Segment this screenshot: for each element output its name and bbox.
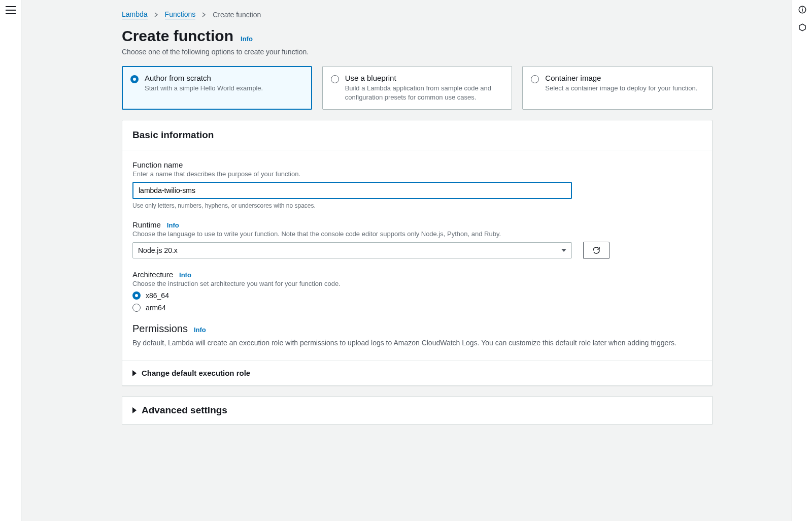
radio-icon (132, 304, 141, 312)
caret-down-icon (561, 249, 566, 252)
info-icon[interactable] (798, 5, 807, 16)
refresh-button[interactable] (583, 242, 610, 259)
expand-label: Change default execution role (142, 369, 250, 377)
breadcrumb-functions[interactable]: Functions (165, 10, 196, 19)
field-label: Architecture (132, 270, 173, 279)
field-hint: Enter a name that describes the purpose … (132, 170, 702, 178)
page-subtitle: Choose one of the following options to c… (122, 48, 713, 56)
svg-point-1 (802, 8, 803, 9)
arch-x86-64[interactable]: x86_64 (132, 291, 702, 300)
architecture-field: Architecture Info Choose the instruction… (132, 270, 702, 312)
option-desc: Select a container image to deploy for y… (545, 84, 697, 93)
radio-icon (132, 291, 141, 300)
field-label: Runtime (132, 220, 161, 229)
triangle-right-icon (132, 407, 137, 413)
field-constraint: Use only letters, numbers, hyphens, or u… (132, 202, 702, 209)
info-link[interactable]: Info (167, 221, 179, 229)
option-desc: Build a Lambda application from sample c… (345, 84, 504, 102)
expand-label: Advanced settings (142, 405, 227, 416)
hexagon-icon[interactable] (798, 23, 807, 34)
function-name-field: Function name Enter a name that describe… (132, 160, 702, 209)
breadcrumb: Lambda Functions Create function (122, 10, 713, 19)
option-use-blueprint[interactable]: Use a blueprint Build a Lambda applicati… (322, 66, 513, 110)
breadcrumb-service[interactable]: Lambda (122, 10, 148, 19)
info-link[interactable]: Info (241, 35, 253, 43)
option-title: Author from scratch (145, 74, 263, 82)
radio-icon (531, 75, 539, 83)
radio-icon (130, 75, 139, 83)
radio-label: x86_64 (146, 291, 169, 300)
arch-arm64[interactable]: arm64 (132, 304, 702, 312)
refresh-icon (592, 246, 601, 255)
option-author-from-scratch[interactable]: Author from scratch Start with a simple … (122, 66, 312, 110)
option-container-image[interactable]: Container image Select a container image… (522, 66, 713, 110)
option-title: Container image (545, 74, 697, 82)
field-hint: Choose the language to use to write your… (132, 230, 702, 238)
radio-label: arm64 (146, 304, 166, 312)
function-name-input[interactable] (132, 182, 572, 199)
field-hint: Choose the instruction set architecture … (132, 280, 702, 287)
option-desc: Start with a simple Hello World example. (145, 84, 263, 93)
menu-icon[interactable] (6, 6, 16, 14)
permissions-field: Permissions Info By default, Lambda will… (132, 323, 702, 347)
panel-heading: Basic information (132, 129, 702, 141)
chevron-right-icon (201, 11, 207, 19)
select-value: Node.js 20.x (138, 246, 178, 254)
change-default-execution-role[interactable]: Change default execution role (122, 360, 712, 385)
permissions-desc: By default, Lambda will create an execut… (132, 339, 702, 347)
left-rail (0, 0, 21, 521)
permissions-label: Permissions (132, 323, 188, 335)
svg-rect-2 (802, 9, 803, 12)
runtime-field: Runtime Info Choose the language to use … (132, 220, 702, 259)
chevron-right-icon (154, 11, 159, 19)
radio-icon (331, 75, 339, 83)
runtime-select[interactable]: Node.js 20.x (132, 242, 572, 258)
info-link[interactable]: Info (194, 326, 206, 334)
creation-options: Author from scratch Start with a simple … (122, 66, 713, 110)
field-label: Function name (132, 160, 702, 169)
main-content: Lambda Functions Create function Create … (21, 0, 792, 521)
right-rail (792, 0, 812, 521)
breadcrumb-current: Create function (213, 11, 261, 19)
advanced-settings[interactable]: Advanced settings (122, 396, 713, 425)
page-title: Create function (122, 27, 233, 45)
triangle-right-icon (132, 370, 137, 376)
info-link[interactable]: Info (179, 271, 191, 279)
basic-information-panel: Basic information Function name Enter a … (122, 120, 713, 386)
option-title: Use a blueprint (345, 74, 504, 82)
